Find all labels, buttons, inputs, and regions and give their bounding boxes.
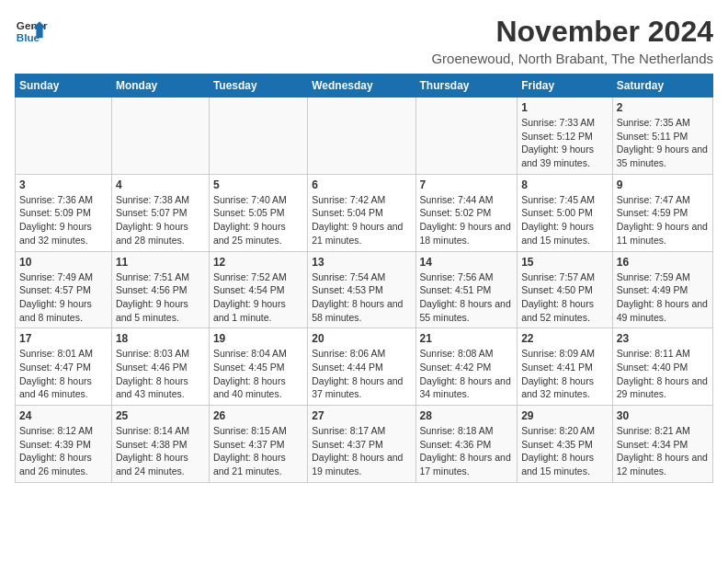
header-wednesday: Wednesday bbox=[308, 75, 415, 98]
day-info: Sunrise: 7:54 AM Sunset: 4:53 PM Dayligh… bbox=[312, 270, 411, 325]
day-number: 8 bbox=[521, 178, 609, 191]
day-number: 19 bbox=[213, 332, 303, 345]
day-number: 1 bbox=[521, 101, 609, 114]
calendar-cell: 12Sunrise: 7:52 AM Sunset: 4:54 PM Dayli… bbox=[209, 251, 307, 328]
calendar-cell bbox=[308, 98, 415, 175]
day-number: 12 bbox=[213, 256, 303, 269]
day-number: 25 bbox=[116, 409, 205, 422]
day-number: 7 bbox=[420, 178, 514, 191]
day-info: Sunrise: 7:36 AM Sunset: 5:09 PM Dayligh… bbox=[19, 193, 108, 247]
day-info: Sunrise: 8:17 AM Sunset: 4:37 PM Dayligh… bbox=[312, 424, 411, 478]
day-number: 4 bbox=[116, 178, 205, 191]
logo-icon: General Blue bbox=[15, 15, 48, 48]
calendar-cell: 11Sunrise: 7:51 AM Sunset: 4:56 PM Dayli… bbox=[111, 251, 209, 328]
day-info: Sunrise: 8:14 AM Sunset: 4:38 PM Dayligh… bbox=[116, 424, 205, 478]
calendar-cell: 1Sunrise: 7:33 AM Sunset: 5:12 PM Daylig… bbox=[518, 98, 613, 175]
main-title: November 2024 bbox=[431, 15, 713, 49]
day-info: Sunrise: 7:49 AM Sunset: 4:57 PM Dayligh… bbox=[19, 270, 108, 325]
calendar-cell bbox=[111, 98, 209, 175]
calendar-table: SundayMondayTuesdayWednesdayThursdayFrid… bbox=[15, 74, 713, 483]
calendar-body: 1Sunrise: 7:33 AM Sunset: 5:12 PM Daylig… bbox=[16, 98, 713, 483]
day-info: Sunrise: 7:59 AM Sunset: 4:49 PM Dayligh… bbox=[617, 270, 709, 325]
calendar-cell: 22Sunrise: 8:09 AM Sunset: 4:41 PM Dayli… bbox=[518, 328, 613, 406]
day-info: Sunrise: 7:33 AM Sunset: 5:12 PM Dayligh… bbox=[521, 116, 609, 170]
header-tuesday: Tuesday bbox=[209, 75, 307, 98]
calendar-cell: 26Sunrise: 8:15 AM Sunset: 4:37 PM Dayli… bbox=[209, 406, 307, 483]
calendar-cell: 24Sunrise: 8:12 AM Sunset: 4:39 PM Dayli… bbox=[16, 406, 112, 483]
day-info: Sunrise: 8:08 AM Sunset: 4:42 PM Dayligh… bbox=[420, 347, 514, 401]
calendar-cell: 20Sunrise: 8:06 AM Sunset: 4:44 PM Dayli… bbox=[308, 328, 415, 406]
calendar-header-row: SundayMondayTuesdayWednesdayThursdayFrid… bbox=[16, 75, 713, 98]
day-number: 13 bbox=[312, 256, 411, 269]
day-number: 3 bbox=[19, 178, 108, 191]
day-number: 28 bbox=[420, 409, 514, 422]
page-header: General Blue November 2024 Groenewoud, N… bbox=[15, 15, 713, 66]
calendar-cell bbox=[415, 98, 518, 175]
calendar-cell: 23Sunrise: 8:11 AM Sunset: 4:40 PM Dayli… bbox=[612, 328, 712, 406]
day-info: Sunrise: 8:20 AM Sunset: 4:35 PM Dayligh… bbox=[521, 424, 609, 478]
day-number: 5 bbox=[213, 178, 303, 191]
calendar-week-4: 17Sunrise: 8:01 AM Sunset: 4:47 PM Dayli… bbox=[16, 328, 713, 406]
calendar-cell: 29Sunrise: 8:20 AM Sunset: 4:35 PM Dayli… bbox=[518, 406, 613, 483]
day-info: Sunrise: 7:47 AM Sunset: 4:59 PM Dayligh… bbox=[617, 193, 709, 247]
calendar-cell bbox=[16, 98, 112, 175]
calendar-week-1: 1Sunrise: 7:33 AM Sunset: 5:12 PM Daylig… bbox=[16, 98, 713, 175]
calendar-cell: 9Sunrise: 7:47 AM Sunset: 4:59 PM Daylig… bbox=[612, 174, 712, 251]
day-number: 30 bbox=[617, 409, 709, 422]
calendar-cell: 30Sunrise: 8:21 AM Sunset: 4:34 PM Dayli… bbox=[612, 406, 712, 483]
day-number: 29 bbox=[521, 409, 609, 422]
day-info: Sunrise: 8:03 AM Sunset: 4:46 PM Dayligh… bbox=[116, 347, 205, 401]
day-number: 26 bbox=[213, 409, 303, 422]
day-number: 21 bbox=[420, 332, 514, 345]
calendar-cell: 6Sunrise: 7:42 AM Sunset: 5:04 PM Daylig… bbox=[308, 174, 415, 251]
day-info: Sunrise: 8:01 AM Sunset: 4:47 PM Dayligh… bbox=[19, 347, 108, 401]
calendar-cell: 15Sunrise: 7:57 AM Sunset: 4:50 PM Dayli… bbox=[518, 251, 613, 328]
header-sunday: Sunday bbox=[16, 75, 112, 98]
calendar-cell: 7Sunrise: 7:44 AM Sunset: 5:02 PM Daylig… bbox=[415, 174, 518, 251]
calendar-week-3: 10Sunrise: 7:49 AM Sunset: 4:57 PM Dayli… bbox=[16, 251, 713, 328]
day-info: Sunrise: 7:57 AM Sunset: 4:50 PM Dayligh… bbox=[521, 270, 609, 325]
header-thursday: Thursday bbox=[415, 75, 518, 98]
day-info: Sunrise: 7:45 AM Sunset: 5:00 PM Dayligh… bbox=[521, 193, 609, 247]
calendar-cell: 5Sunrise: 7:40 AM Sunset: 5:05 PM Daylig… bbox=[209, 174, 307, 251]
title-block: November 2024 Groenewoud, North Brabant,… bbox=[431, 15, 713, 66]
day-number: 10 bbox=[19, 256, 108, 269]
calendar-cell: 4Sunrise: 7:38 AM Sunset: 5:07 PM Daylig… bbox=[111, 174, 209, 251]
calendar-cell: 28Sunrise: 8:18 AM Sunset: 4:36 PM Dayli… bbox=[415, 406, 518, 483]
day-number: 6 bbox=[312, 178, 411, 191]
subtitle: Groenewoud, North Brabant, The Netherlan… bbox=[431, 51, 713, 66]
calendar-cell: 17Sunrise: 8:01 AM Sunset: 4:47 PM Dayli… bbox=[16, 328, 112, 406]
logo: General Blue bbox=[15, 15, 48, 48]
day-number: 16 bbox=[617, 256, 709, 269]
day-info: Sunrise: 8:12 AM Sunset: 4:39 PM Dayligh… bbox=[19, 424, 108, 478]
calendar-cell: 21Sunrise: 8:08 AM Sunset: 4:42 PM Dayli… bbox=[415, 328, 518, 406]
calendar-cell: 10Sunrise: 7:49 AM Sunset: 4:57 PM Dayli… bbox=[16, 251, 112, 328]
day-number: 9 bbox=[617, 178, 709, 191]
calendar-cell: 3Sunrise: 7:36 AM Sunset: 5:09 PM Daylig… bbox=[16, 174, 112, 251]
day-number: 20 bbox=[312, 332, 411, 345]
day-info: Sunrise: 7:52 AM Sunset: 4:54 PM Dayligh… bbox=[213, 270, 303, 325]
calendar-cell: 13Sunrise: 7:54 AM Sunset: 4:53 PM Dayli… bbox=[308, 251, 415, 328]
calendar-cell: 14Sunrise: 7:56 AM Sunset: 4:51 PM Dayli… bbox=[415, 251, 518, 328]
day-number: 22 bbox=[521, 332, 609, 345]
day-number: 17 bbox=[19, 332, 108, 345]
calendar-week-5: 24Sunrise: 8:12 AM Sunset: 4:39 PM Dayli… bbox=[16, 406, 713, 483]
calendar-cell: 18Sunrise: 8:03 AM Sunset: 4:46 PM Dayli… bbox=[111, 328, 209, 406]
day-info: Sunrise: 8:15 AM Sunset: 4:37 PM Dayligh… bbox=[213, 424, 303, 478]
day-number: 24 bbox=[19, 409, 108, 422]
day-number: 11 bbox=[116, 256, 205, 269]
day-number: 2 bbox=[617, 101, 709, 114]
calendar-cell: 16Sunrise: 7:59 AM Sunset: 4:49 PM Dayli… bbox=[612, 251, 712, 328]
day-info: Sunrise: 8:18 AM Sunset: 4:36 PM Dayligh… bbox=[420, 424, 514, 478]
header-friday: Friday bbox=[518, 75, 613, 98]
day-info: Sunrise: 7:35 AM Sunset: 5:11 PM Dayligh… bbox=[617, 116, 709, 170]
day-number: 14 bbox=[420, 256, 514, 269]
calendar-week-2: 3Sunrise: 7:36 AM Sunset: 5:09 PM Daylig… bbox=[16, 174, 713, 251]
calendar-cell: 8Sunrise: 7:45 AM Sunset: 5:00 PM Daylig… bbox=[518, 174, 613, 251]
calendar-cell bbox=[209, 98, 307, 175]
day-number: 15 bbox=[521, 256, 609, 269]
day-info: Sunrise: 7:51 AM Sunset: 4:56 PM Dayligh… bbox=[116, 270, 205, 325]
day-info: Sunrise: 7:56 AM Sunset: 4:51 PM Dayligh… bbox=[420, 270, 514, 325]
day-info: Sunrise: 8:09 AM Sunset: 4:41 PM Dayligh… bbox=[521, 347, 609, 401]
calendar-cell: 25Sunrise: 8:14 AM Sunset: 4:38 PM Dayli… bbox=[111, 406, 209, 483]
